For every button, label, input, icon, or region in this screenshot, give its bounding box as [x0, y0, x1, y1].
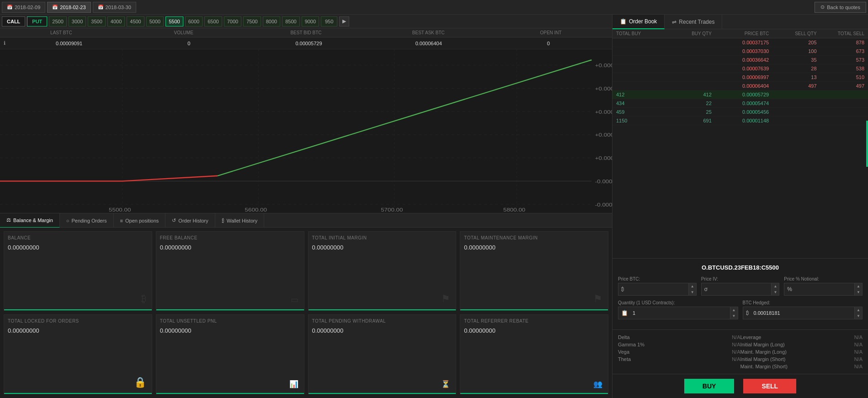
strike-5500[interactable]: 5500: [165, 16, 183, 27]
free-balance-icon: ▭: [291, 295, 298, 305]
tab-pending-orders[interactable]: ○ Pending Orders: [60, 213, 114, 228]
tab-open-positions[interactable]: ≡ Open positions: [114, 213, 166, 228]
price-iv-input[interactable]: [710, 287, 771, 292]
strike-2500[interactable]: 2500: [49, 16, 66, 27]
tab-balance-margin[interactable]: ⚖ Balance & Margin: [0, 213, 60, 228]
ob-price: 0.00005729: [712, 92, 769, 97]
date-tab-1[interactable]: 📅 2018-02-09: [2, 2, 45, 13]
quantity-row: Quantity (1 USD Contracts): 📋 ▲ ▼ BTC He…: [618, 300, 863, 319]
tab-order-history[interactable]: ↺ Order History: [165, 213, 215, 228]
buy-button[interactable]: BUY: [684, 379, 735, 393]
price-notional-up[interactable]: ▲: [855, 283, 862, 289]
tab-wallet-history[interactable]: ₿ Wallet History: [215, 213, 264, 228]
ob-total-buy: 459: [616, 109, 664, 115]
put-button[interactable]: PUT: [27, 16, 47, 27]
bottom-tabs-bar: ⚖ Balance & Margin ○ Pending Orders ≡ Op…: [0, 213, 612, 228]
price-btc-up[interactable]: ▲: [689, 283, 696, 289]
total-referrer-bar: [460, 393, 608, 394]
call-button[interactable]: CALL: [2, 16, 25, 27]
ob-total-buy: 1150: [616, 118, 664, 123]
strike-4500[interactable]: 4500: [127, 16, 144, 27]
quantity-input[interactable]: [631, 310, 730, 316]
date-tab-2-label: 2018-02-23: [60, 5, 85, 10]
recent-trades-tab[interactable]: ⇌ Recent Trades: [665, 15, 722, 29]
date-tab-2[interactable]: 📅 2018-02-23: [47, 2, 91, 13]
calendar-icon-3: 📅: [98, 5, 103, 10]
price-notional-input[interactable]: [795, 287, 854, 292]
ob-price: 0.00037030: [712, 48, 769, 54]
ob-total-sell: 510: [817, 74, 864, 80]
order-book-rows: 0.00037175 205 878 0.00037030 100 673 0.…: [612, 38, 868, 125]
order-book-row: 0.00006997 13 510: [612, 73, 868, 82]
btc-hedged-up[interactable]: ▲: [855, 307, 862, 313]
strike-8000[interactable]: 8000: [263, 16, 280, 27]
pending-tab-label: Pending Orders: [71, 218, 107, 223]
sell-button[interactable]: SELL: [743, 379, 796, 393]
ob-sell-qty: 28: [769, 66, 816, 71]
gamma-value: N/A: [732, 342, 740, 347]
delta-value: N/A: [732, 334, 740, 340]
balance-card: BALANCE 0.00000000 ₿: [4, 231, 152, 311]
ob-total-sell: 673: [817, 48, 864, 54]
ob-price: 0.00006404: [712, 83, 769, 89]
price-iv-icon: σ: [702, 286, 710, 292]
strike-7000[interactable]: 7000: [224, 16, 241, 27]
info-icon[interactable]: ℹ: [4, 40, 5, 46]
order-book-row: 459 25 0.00005456: [612, 108, 868, 117]
order-book-tab[interactable]: 📋 Order Book: [612, 15, 665, 29]
quantity-up[interactable]: ▲: [730, 307, 738, 313]
maint-margin-long-label: Maint. Margin (Long): [740, 349, 787, 355]
ob-sell-qty: 100: [769, 48, 816, 54]
ob-sell-qty: [769, 118, 816, 123]
strike-4000[interactable]: 4000: [107, 16, 125, 27]
ob-total-sell: 538: [817, 66, 864, 71]
btc-hedged-input[interactable]: [752, 310, 855, 316]
balance-tab-icon: ⚖: [6, 217, 11, 223]
btc-hedged-down[interactable]: ▼: [855, 313, 862, 319]
price-notional-down[interactable]: ▼: [855, 289, 862, 295]
ob-total-buy: [616, 57, 664, 63]
strike-3000[interactable]: 3000: [69, 16, 86, 27]
best-ask-btc-value: 0.00006404: [369, 41, 489, 46]
strike-8500[interactable]: 8500: [282, 16, 299, 27]
price-btc-input[interactable]: [627, 287, 688, 292]
total-sell-header: TOTAL SELL: [817, 31, 864, 36]
date-tab-3[interactable]: 📅 2018-03-30: [93, 2, 136, 13]
delta-label: Delta: [618, 334, 630, 340]
total-referrer-rebate-label: TOTAL REFERRER REBATE: [464, 318, 604, 324]
vega-row: Vega N/A: [618, 348, 740, 356]
strike-6500[interactable]: 6500: [204, 16, 222, 27]
strike-6000[interactable]: 6000: [185, 16, 202, 27]
price-notional-input-wrap: % ▲ ▼: [784, 283, 863, 296]
strike-9000[interactable]: 9000: [302, 16, 319, 27]
strike-5000[interactable]: 5000: [146, 16, 164, 27]
total-pending-withdrawal-value: 0.00000000: [312, 327, 453, 334]
balance-icon: ₿: [141, 293, 146, 305]
free-balance-bar: [156, 309, 304, 310]
quantity-down[interactable]: ▼: [730, 313, 738, 319]
back-btn-label: Back to quotes: [827, 5, 860, 10]
price-btc-down[interactable]: ▼: [689, 289, 696, 295]
back-to-quotes-button[interactable]: ⊙ Back to quotes: [815, 2, 866, 13]
strike-7500[interactable]: 7500: [243, 16, 261, 27]
ob-total-buy: [616, 66, 664, 71]
price-btc-input-wrap: ₿ ▲ ▼: [618, 283, 697, 296]
order-book-icon: 📋: [620, 18, 627, 25]
strike-next-arrow[interactable]: ▶: [339, 16, 349, 27]
quantity-arrows: ▲ ▼: [730, 307, 738, 319]
svg-text:+0.00000200: +0.00000200: [595, 156, 612, 161]
leverage-row: Leverage N/A: [740, 334, 863, 341]
order-hist-tab-label: Order History: [178, 218, 208, 223]
quantity-input-wrap: 📋 ▲ ▼: [618, 307, 738, 319]
price-iv-group: Price IV: σ ▲ ▼: [701, 276, 780, 296]
ob-total-sell: [817, 101, 864, 106]
initial-margin-short-row: Initial Margin (Short) N/A: [740, 356, 863, 363]
strike-950[interactable]: 950: [321, 16, 337, 27]
order-book-header: TOTAL BUY BUY QTY PRICE BTC SELL QTY TOT…: [612, 29, 868, 38]
order-book-scrollbar[interactable]: [866, 121, 868, 166]
price-row: Price BTC: ₿ ▲ ▼ Price IV:: [618, 276, 863, 296]
price-iv-down[interactable]: ▼: [772, 289, 779, 295]
last-btc-header: LAST BTC: [0, 28, 122, 37]
strike-3500[interactable]: 3500: [88, 16, 105, 27]
price-iv-up[interactable]: ▲: [772, 283, 779, 289]
